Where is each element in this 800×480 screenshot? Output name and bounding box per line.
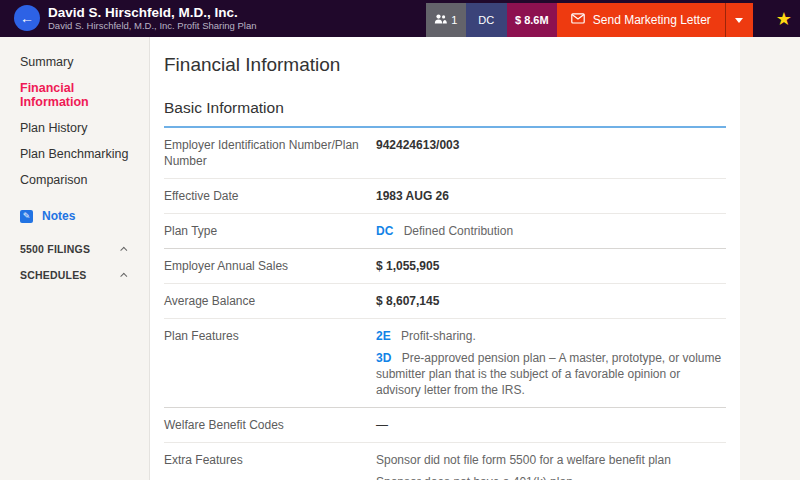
- extra-feature-line: Sponsor did not file form 5500 for a wel…: [376, 452, 726, 468]
- table-row-welfare-benefit-codes: Welfare Benefit Codes —: [164, 408, 726, 443]
- page-title: Financial Information: [164, 37, 726, 76]
- feature-description: Profit-sharing.: [401, 329, 476, 343]
- section-title-basic-information: Basic Information: [164, 99, 726, 128]
- feature-description: Pre-approved pension plan – A master, pr…: [376, 351, 721, 397]
- plan-type-chip: DC: [466, 3, 507, 37]
- plan-subtitle: David S. Hirschfeld, M.D., Inc. Profit S…: [48, 20, 257, 32]
- table-row-plan-features: Plan Features 2E Profit-sharing. 3D Pre-…: [164, 319, 726, 408]
- table-row-ein: Employer Identification Number/Plan Numb…: [164, 128, 726, 179]
- feature-code: 3D: [376, 351, 391, 365]
- sidebar-item-comparison[interactable]: Comparison: [0, 169, 149, 191]
- section-schedules-label: SCHEDULES: [20, 269, 87, 281]
- envelope-icon: [571, 13, 585, 27]
- marketing-letter-dropdown-button[interactable]: [725, 3, 753, 37]
- chevron-up-icon: [120, 272, 127, 279]
- sidebar-item-summary[interactable]: Summary: [0, 51, 149, 73]
- main-content: Financial Information Basic Information …: [150, 37, 740, 480]
- participants-count: 1: [451, 14, 457, 26]
- send-marketing-letter-button[interactable]: Send Marketing Letter: [557, 3, 725, 37]
- row-value: Sponsor did not file form 5500 for a wel…: [376, 452, 726, 480]
- table-row-employer-annual-sales: Employer Annual Sales $ 1,055,905: [164, 249, 726, 284]
- sidebar-section-schedules[interactable]: SCHEDULES: [0, 263, 149, 287]
- table-row-plan-type: Plan Type DC Defined Contribution: [164, 214, 726, 249]
- row-label: Extra Features: [164, 452, 376, 480]
- row-label: Employer Identification Number/Plan Numb…: [164, 137, 376, 169]
- feature-code: 2E: [376, 329, 391, 343]
- notes-label: Notes: [42, 209, 75, 223]
- sidebar-section-5500-filings[interactable]: 5500 FILINGS: [0, 237, 149, 261]
- row-label: Plan Type: [164, 223, 376, 239]
- top-bar: ← David S. Hirschfeld, M.D., Inc. David …: [0, 0, 800, 37]
- row-label: Employer Annual Sales: [164, 258, 376, 274]
- chevron-up-icon: [120, 246, 127, 253]
- row-value: —: [376, 417, 726, 433]
- send-marketing-letter-label: Send Marketing Letter: [593, 13, 711, 27]
- chevron-down-icon: [735, 18, 743, 23]
- row-label: Effective Date: [164, 188, 376, 204]
- top-bar-right: 1 DC $ 8.6M Send Marketing Letter ★: [426, 0, 800, 37]
- participants-chip: 1: [426, 3, 466, 37]
- row-value: 2E Profit-sharing. 3D Pre-approved pensi…: [376, 328, 726, 398]
- participants-icon: [434, 14, 447, 26]
- extra-feature-line: Sponsor does not have a 401(k) plan: [376, 474, 726, 480]
- section-5500-filings-label: 5500 FILINGS: [20, 243, 90, 255]
- plan-feature: 2E Profit-sharing.: [376, 328, 726, 344]
- favorite-star-button[interactable]: ★: [768, 10, 800, 28]
- plan-title-block: David S. Hirschfeld, M.D., Inc. David S.…: [48, 0, 257, 37]
- sidebar-item-financial-information[interactable]: Financial Information: [0, 77, 149, 113]
- row-value: $ 1,055,905: [376, 258, 726, 274]
- assets-chip: $ 8.6M: [507, 3, 557, 37]
- row-value: 942424613/003: [376, 137, 726, 169]
- row-label: Plan Features: [164, 328, 376, 398]
- pencil-icon: ✎: [20, 210, 33, 223]
- plan-type-code: DC: [376, 224, 393, 238]
- table-row-effective-date: Effective Date 1983 AUG 26: [164, 179, 726, 214]
- row-label: Welfare Benefit Codes: [164, 417, 376, 433]
- row-value: 1983 AUG 26: [376, 188, 726, 204]
- sidebar: Summary Financial Information Plan Histo…: [0, 37, 150, 480]
- row-value: DC Defined Contribution: [376, 223, 726, 239]
- table-row-average-balance: Average Balance $ 8,607,145: [164, 284, 726, 319]
- company-title: David S. Hirschfeld, M.D., Inc.: [48, 5, 257, 20]
- table-row-extra-features: Extra Features Sponsor did not file form…: [164, 443, 726, 480]
- back-button[interactable]: ←: [14, 5, 40, 31]
- sidebar-item-notes[interactable]: ✎ Notes: [0, 205, 149, 227]
- plan-feature: 3D Pre-approved pension plan – A master,…: [376, 350, 726, 398]
- row-label: Average Balance: [164, 293, 376, 309]
- row-value: $ 8,607,145: [376, 293, 726, 309]
- sidebar-item-plan-benchmarking[interactable]: Plan Benchmarking: [0, 143, 149, 165]
- plan-type-description: Defined Contribution: [404, 224, 513, 238]
- sidebar-item-plan-history[interactable]: Plan History: [0, 117, 149, 139]
